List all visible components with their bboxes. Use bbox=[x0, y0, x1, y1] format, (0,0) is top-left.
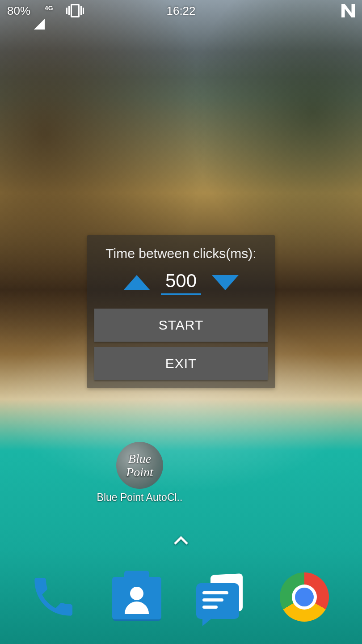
vibrate-icon bbox=[66, 4, 84, 17]
decrement-button[interactable] bbox=[212, 275, 239, 290]
home-screen: 80% 4G 16:22 Time between clicks(ms): 50… bbox=[0, 0, 362, 644]
signal-icon bbox=[34, 5, 45, 30]
dock bbox=[0, 564, 362, 644]
chevron-up-icon bbox=[172, 532, 190, 550]
increment-button[interactable] bbox=[123, 275, 150, 290]
contacts-app[interactable] bbox=[112, 572, 166, 626]
chrome-icon bbox=[280, 572, 329, 622]
messages-icon bbox=[196, 572, 245, 622]
android-n-icon bbox=[341, 4, 355, 17]
phone-app[interactable] bbox=[29, 572, 82, 626]
chrome-app[interactable] bbox=[280, 572, 333, 626]
status-bar: 80% 4G 16:22 bbox=[0, 0, 362, 21]
clock: 16:22 bbox=[166, 4, 195, 18]
phone-icon bbox=[29, 572, 78, 622]
bluepoint-icon: Blue Point bbox=[116, 442, 163, 489]
start-button[interactable]: START bbox=[94, 309, 268, 342]
contacts-icon bbox=[112, 577, 161, 619]
network-label: 4G bbox=[45, 4, 53, 12]
app-shortcut-bluepoint[interactable]: Blue Point Blue Point AutoCl.. bbox=[105, 442, 174, 504]
exit-button[interactable]: EXIT bbox=[94, 347, 268, 380]
app-shortcut-label: Blue Point AutoCl.. bbox=[97, 491, 183, 504]
interval-label: Time between clicks(ms): bbox=[105, 246, 256, 261]
battery-percent: 80% bbox=[7, 4, 30, 18]
messages-app[interactable] bbox=[196, 572, 250, 626]
app-drawer-handle[interactable] bbox=[172, 532, 190, 550]
autoclicker-panel: Time between clicks(ms): 500 START EXIT bbox=[87, 235, 275, 388]
interval-stepper: 500 bbox=[123, 270, 239, 295]
interval-input[interactable]: 500 bbox=[161, 270, 201, 295]
